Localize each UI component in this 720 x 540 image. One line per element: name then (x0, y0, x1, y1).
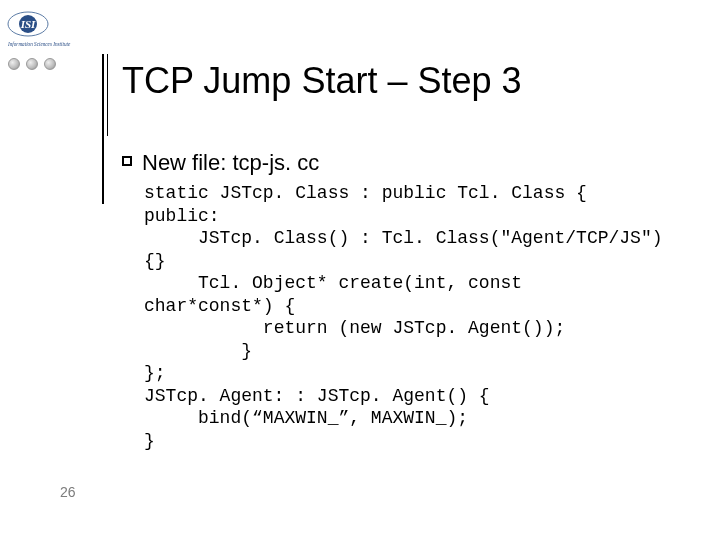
bullet-text: New file: tcp-js. cc (142, 150, 319, 176)
vertical-rule-outer (102, 54, 104, 204)
slide-body: New file: tcp-js. cc static JSTcp. Class… (122, 150, 680, 452)
isi-logo: ISI Information Sciences Institute (6, 10, 78, 52)
dot-icon (8, 58, 20, 70)
logo-subtitle: Information Sciences Institute (7, 41, 71, 47)
decorative-dots (8, 58, 56, 70)
bullet-item: New file: tcp-js. cc (122, 150, 680, 176)
slide: ISI Information Sciences Institute TCP J… (0, 0, 720, 540)
dot-icon (44, 58, 56, 70)
logo-icon: ISI Information Sciences Institute (6, 10, 78, 52)
slide-title: TCP Jump Start – Step 3 (122, 60, 522, 102)
code-block: static JSTcp. Class : public Tcl. Class … (144, 182, 680, 452)
page-number: 26 (60, 484, 76, 500)
dot-icon (26, 58, 38, 70)
vertical-rule-inner (107, 54, 108, 136)
square-bullet-icon (122, 156, 132, 166)
logo-text: ISI (20, 18, 36, 30)
